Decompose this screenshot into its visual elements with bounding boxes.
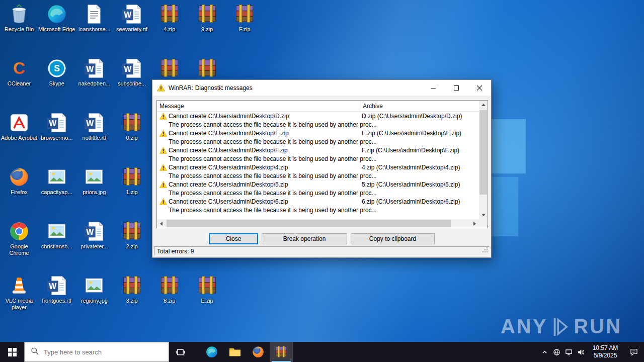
desktop-icon-1-zip[interactable]: 1.zip: [113, 166, 151, 196]
desktop-icon-4-zip[interactable]: 4.zip: [150, 3, 188, 33]
scroll-up-button[interactable]: [479, 101, 488, 109]
desktop-icon-loanshorse[interactable]: loanshorse...: [75, 3, 113, 33]
close-button[interactable]: Close: [209, 233, 258, 244]
scroll-down-button[interactable]: [479, 211, 488, 219]
desktop-icon-christiansh[interactable]: christiansh...: [38, 220, 75, 250]
vertical-scrollbar[interactable]: [479, 101, 488, 219]
desktop-icon-label: 0.zip: [126, 135, 137, 141]
error-archive: F.zip (C:\Users\admin\Desktop\F.zip): [362, 146, 459, 155]
desktop-icon-label: VLC media player: [1, 298, 38, 311]
desktop-icon-label: regiony.jpg: [81, 298, 108, 304]
error-detail-row[interactable]: The process cannot access the file becau…: [157, 138, 479, 146]
dialog-buttons: Close Break operation Copy to clipboard: [152, 233, 491, 244]
desktop-icon-nakedphen[interactable]: Wnakedphen...: [75, 57, 113, 87]
desktop-icon-3-zip[interactable]: 3.zip: [113, 275, 151, 304]
error-row[interactable]: Cannot create C:\Users\admin\Desktop\F.z…: [157, 146, 479, 155]
close-window-button[interactable]: [468, 80, 491, 96]
scroll-left-button[interactable]: [157, 219, 166, 228]
rar-icon: [158, 3, 181, 25]
error-detail-row[interactable]: The process cannot access the file becau…: [157, 172, 479, 180]
desktop-icon-2-zip[interactable]: 2.zip: [113, 220, 151, 250]
desktop-icon-skype[interactable]: SSkype: [38, 57, 75, 87]
desktop-icon-label: notlittle.rtf: [83, 135, 107, 141]
column-header-archive[interactable]: Archive: [359, 101, 383, 112]
desktop-icon-8-zip[interactable]: 8.zip: [150, 275, 188, 304]
taskbar-app-explorer[interactable]: [223, 342, 247, 362]
horizontal-scrollbar[interactable]: [157, 219, 479, 228]
desktop-icon-vlc-media-player[interactable]: VLC media player: [1, 275, 38, 311]
desktop-icon-regiony-jpg[interactable]: regiony.jpg: [75, 275, 113, 304]
desktop-icon-firefox[interactable]: Firefox: [1, 166, 38, 196]
svg-text:W: W: [49, 119, 56, 128]
desktop-icon-frontgoes-rtf[interactable]: Wfrontgoes.rtf: [38, 275, 75, 304]
desktop-icon-label: 4.zip: [164, 26, 175, 33]
desktop-icon-ccleaner[interactable]: CCCleaner: [1, 57, 38, 87]
desktop-icon-microsoft-edge[interactable]: Microsoft Edge: [38, 3, 75, 33]
resize-grip[interactable]: [482, 247, 489, 255]
error-detail-row[interactable]: The process cannot access the file becau…: [157, 121, 479, 129]
vertical-scroll-thumb[interactable]: [479, 110, 487, 195]
desktop-icon-adobe-acrobat[interactable]: Adobe Acrobat: [1, 112, 38, 141]
error-row[interactable]: Cannot create C:\Users\admin\Desktop\4.z…: [157, 163, 479, 172]
horizontal-scroll-thumb[interactable]: [167, 220, 451, 227]
dialog-titlebar[interactable]: WinRAR: Diagnostic messages: [152, 80, 491, 96]
taskbar-app-winrar[interactable]: [270, 342, 293, 362]
desktop-icon-f-zip[interactable]: F.zip: [226, 3, 264, 33]
desktop-icon-label: Adobe Acrobat: [1, 135, 37, 141]
maximize-button[interactable]: [445, 80, 468, 96]
desktop-icon-rar[interactable]: [150, 57, 188, 80]
desktop-icon-notlittle-rtf[interactable]: Wnotlittle.rtf: [75, 112, 113, 141]
taskbar-clock[interactable]: 10:57 AM 5/9/2025: [587, 344, 624, 359]
vlc-icon: [8, 275, 31, 297]
error-row[interactable]: Cannot create C:\Users\admin\Desktop\E.z…: [157, 129, 479, 138]
desktop-icon-label: CCleaner: [8, 80, 31, 87]
ethernet-icon[interactable]: [562, 342, 575, 362]
diagnostic-list: Cannot create C:\Users\admin\Desktop\D.z…: [156, 100, 488, 228]
desktop-icon-9-zip[interactable]: 9.zip: [188, 3, 226, 33]
desktop-icon-label: Microsoft Edge: [38, 26, 75, 33]
desktop-icon-google-chrome[interactable]: Google Chrome: [1, 220, 38, 256]
error-row[interactable]: Cannot create C:\Users\admin\Desktop\D.z…: [157, 112, 479, 121]
desktop-icon-0-zip[interactable]: 0.zip: [113, 112, 151, 141]
desktop-icon-privateter[interactable]: Wprivateter...: [75, 220, 113, 250]
minimize-button[interactable]: [422, 80, 445, 96]
action-center-button[interactable]: [624, 342, 644, 362]
error-detail: The process cannot access the file becau…: [169, 155, 377, 163]
error-detail-row[interactable]: The process cannot access the file becau…: [157, 206, 479, 215]
search-input[interactable]: [44, 348, 144, 356]
desktop-icon-seevariety-rtf[interactable]: Wseevariety.rtf: [113, 3, 151, 33]
warning-icon: [159, 147, 167, 154]
show-hidden-icons-button[interactable]: [538, 342, 550, 362]
error-detail-row[interactable]: The process cannot access the file becau…: [157, 189, 479, 198]
rar-icon: [196, 57, 219, 79]
scroll-right-button[interactable]: [470, 219, 479, 228]
error-detail: The process cannot access the file becau…: [169, 206, 377, 215]
error-row[interactable]: Cannot create C:\Users\admin\Desktop\6.z…: [157, 198, 479, 206]
svg-text:W: W: [87, 65, 94, 73]
svg-text:W: W: [49, 282, 56, 291]
desktop-icon-label: 8.zip: [164, 298, 175, 304]
volume-icon[interactable]: [575, 342, 587, 362]
svg-text:C: C: [13, 59, 25, 77]
desktop-icon-subscribe[interactable]: Wsubscribe...: [113, 57, 151, 87]
desktop-icon-browsermo[interactable]: Wbrowsermo...: [38, 112, 75, 141]
network-icon[interactable]: [550, 342, 562, 362]
desktop-icon-priora-jpg[interactable]: priora.jpg: [75, 166, 113, 196]
error-message: Cannot create C:\Users\admin\Desktop\5.z…: [169, 180, 288, 189]
error-detail-row[interactable]: The process cannot access the file becau…: [157, 155, 479, 163]
break-operation-button[interactable]: Break operation: [262, 233, 347, 244]
desktop-icon-capacityap[interactable]: capacityap...: [38, 166, 75, 196]
start-button[interactable]: [0, 342, 24, 362]
taskbar-app-firefox[interactable]: [247, 342, 270, 362]
copy-to-clipboard-button[interactable]: Copy to clipboard: [351, 233, 435, 244]
column-header-message[interactable]: Message: [159, 101, 184, 112]
error-row[interactable]: Cannot create C:\Users\admin\Desktop\5.z…: [157, 180, 479, 189]
desktop-icon-recycle-bin[interactable]: Recycle Bin: [1, 3, 38, 33]
desktop-icon-e-zip[interactable]: E.zip: [188, 275, 226, 304]
desktop-icon-label: browsermo...: [41, 135, 73, 141]
taskbar-search[interactable]: [24, 342, 169, 362]
desktop-icon-label: Firefox: [11, 189, 28, 196]
desktop-icon-rar[interactable]: [188, 57, 226, 80]
taskbar-app-edge[interactable]: [200, 342, 223, 362]
task-view-button[interactable]: [169, 342, 191, 362]
